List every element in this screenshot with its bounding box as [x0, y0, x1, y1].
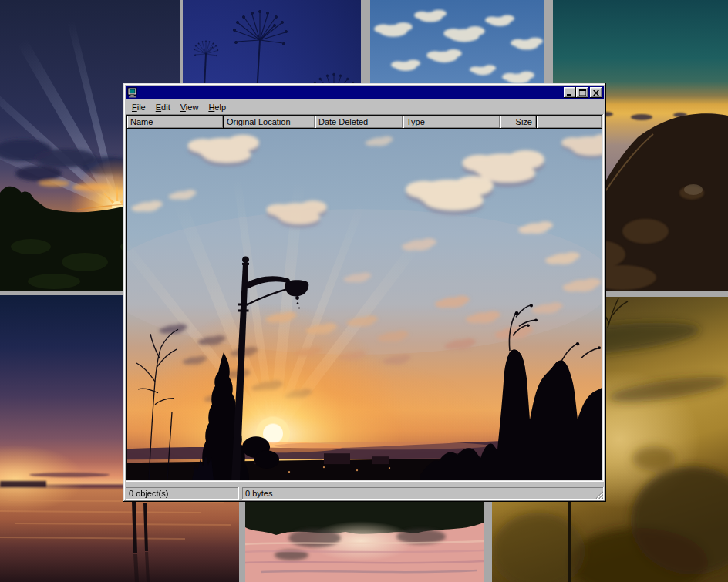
computer-monitor-icon — [127, 87, 138, 98]
status-size: 0 bytes — [242, 487, 604, 500]
window-titlebar[interactable] — [126, 86, 604, 99]
column-header-blank — [537, 116, 602, 129]
maximize-icon — [579, 89, 586, 96]
maximize-button[interactable] — [576, 87, 588, 98]
column-header-original-location[interactable]: Original Location — [224, 116, 315, 129]
recycle-bin-window: File Edit View Help Name Original Locati… — [123, 83, 606, 502]
list-view: Name Original Location Date Deleted Type… — [126, 114, 604, 482]
menu-view[interactable]: View — [176, 101, 204, 113]
column-header-name[interactable]: Name — [127, 116, 224, 129]
sunset-photo — [127, 129, 602, 480]
wallpaper-photo-pink-reflection — [245, 501, 484, 582]
menu-edit[interactable]: Edit — [151, 101, 176, 113]
menu-bar: File Edit View Help — [126, 100, 604, 114]
minimize-icon — [567, 90, 573, 96]
folder-contents-area[interactable] — [127, 129, 602, 480]
status-object-count: 0 object(s) — [126, 487, 239, 500]
resize-grip[interactable] — [594, 489, 603, 499]
close-icon — [593, 90, 599, 96]
column-header-size[interactable]: Size — [501, 116, 537, 129]
column-header-date-deleted[interactable]: Date Deleted — [315, 116, 403, 129]
column-header-type[interactable]: Type — [403, 116, 501, 129]
desktop: { "window": { "title": "", "icon": "comp… — [0, 0, 728, 582]
minimize-button[interactable] — [564, 87, 576, 98]
menu-help[interactable]: Help — [204, 101, 231, 113]
window-controls — [564, 87, 602, 98]
close-button[interactable] — [590, 87, 602, 98]
menu-file[interactable]: File — [126, 101, 151, 113]
column-headers: Name Original Location Date Deleted Type… — [127, 116, 602, 129]
status-bar: 0 object(s) 0 bytes — [126, 482, 604, 500]
